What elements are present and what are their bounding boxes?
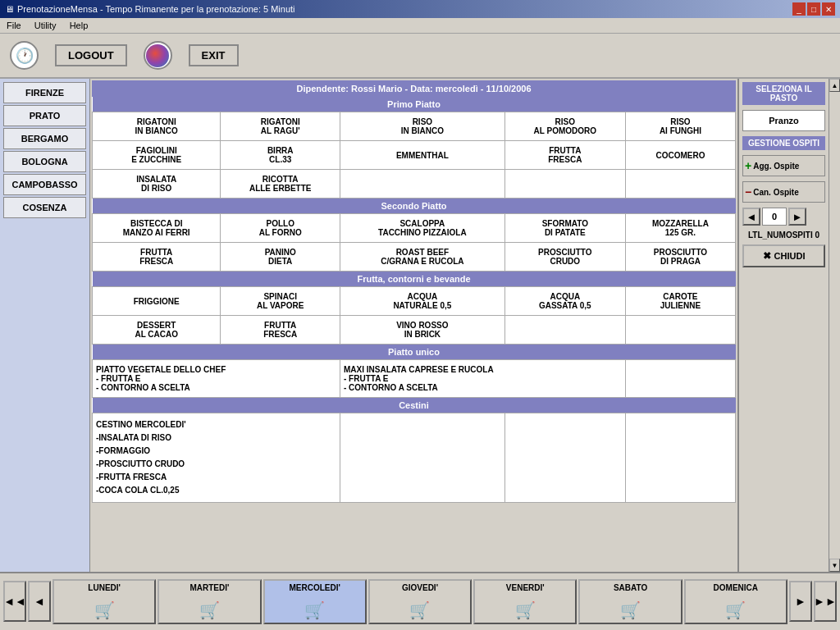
secondo-piatto-header: Secondo Piatto — [93, 199, 736, 214]
menu-item-spinaci[interactable]: SPINACIAL VAPORE — [221, 287, 340, 316]
menu-item-dessert-cacao[interactable]: DESSERTAL CACAO — [93, 316, 221, 345]
gestione-ospiti-label: GESTIONE OSPITI — [742, 136, 825, 150]
counter-decrease[interactable]: ◄ — [742, 208, 760, 226]
menu-item-birra[interactable]: BIRRACL.33 — [221, 141, 340, 170]
day-btn-lunedi[interactable]: LUNEDI' 🛒 — [52, 579, 156, 624]
logout-button[interactable]: LOGOUT — [55, 44, 127, 66]
menu-item-riso-bianco[interactable]: RISOIN BIANCO — [340, 112, 505, 141]
counter-value: 0 — [762, 208, 787, 226]
menu-item-scaloppa[interactable]: SCALOPPATACCHINO PIZZAIOLA — [340, 214, 505, 243]
logo-shield — [144, 41, 172, 70]
nav-prev[interactable]: ◄ — [28, 581, 51, 622]
menu-item-riso-funghi[interactable]: RISOAI FUNGHI — [625, 112, 735, 141]
menu-item-ricotta[interactable]: RICOTTAALLE ERBETTE — [221, 170, 340, 199]
menu-item-bistecca[interactable]: BISTECCA DIMANZO AI FERRI — [93, 214, 221, 243]
main-content: FIRENZE PRATO BERGAMO BOLOGNA CAMPOBASSO… — [0, 79, 840, 572]
chiudi-icon: ✖ — [763, 250, 771, 262]
cart-icon-giovedi: 🛒 — [409, 600, 430, 620]
menu-help[interactable]: Help — [66, 20, 92, 31]
sidebar-item-bologna[interactable]: BOLOGNA — [3, 151, 86, 172]
frutta-header: Frutta, contorni e bevande — [93, 272, 736, 287]
menu-item-acqua-gassata[interactable]: ACQUAGASSATA 0,5 — [504, 287, 625, 316]
nav-last[interactable]: ►► — [814, 581, 837, 622]
close-button[interactable]: ✕ — [822, 2, 835, 16]
menu-item-empty-7 — [340, 413, 505, 503]
day-btn-sabato[interactable]: SABATO 🛒 — [578, 579, 682, 624]
menu-item-empty-3 — [625, 170, 735, 199]
menu-item-rigatoni-bianco[interactable]: RIGATONIIN BIANCO — [93, 112, 221, 141]
menu-item-sformato[interactable]: SFORMATODI PATATE — [504, 214, 625, 243]
menu-item-vino-rosso[interactable]: VINO ROSSOIN BRICK — [340, 316, 505, 345]
day-btn-venerdi[interactable]: VENERDI' 🛒 — [473, 579, 577, 624]
menu-item-mozzarella[interactable]: MOZZARELLA125 GR. — [625, 214, 735, 243]
day-btn-giovedi[interactable]: GIOVEDI' 🛒 — [368, 579, 472, 624]
menu-item-prosciutto-crudo[interactable]: PROSCIUTTOCRUDO — [504, 243, 625, 272]
menu-item-empty-5 — [625, 316, 735, 345]
day-btn-mercoledi[interactable]: MERCOLEDI' 🛒 — [263, 579, 367, 624]
counter-increase[interactable]: ► — [788, 208, 806, 226]
menu-item-piatto-vegetale[interactable]: PIATTO VEGETALE DELLO CHEF- FRUTTA E- CO… — [93, 360, 340, 398]
cart-icon-venerdi: 🛒 — [515, 600, 536, 620]
sidebar-item-cosenza[interactable]: COSENZA — [3, 197, 86, 218]
menu-item-riso-pomodoro[interactable]: RISOAL POMODORO — [504, 112, 625, 141]
menu-table: Primo Piatto RIGATONIIN BIANCO RIGATONIA… — [92, 97, 736, 503]
maximize-button[interactable]: □ — [807, 2, 820, 16]
menu-item-carote[interactable]: CAROTEJULIENNE — [625, 287, 735, 316]
menu-item-empty-4 — [504, 316, 625, 345]
cestini-header: Cestini — [93, 398, 736, 413]
cart-icon-domenica: 🛒 — [725, 600, 746, 620]
chiudi-button[interactable]: ✖ CHIUDI — [742, 244, 825, 267]
menu-file[interactable]: File — [3, 20, 25, 31]
scroll-down[interactable]: ▼ — [829, 559, 840, 572]
logout-label: LOGOUT — [68, 49, 114, 62]
sidebar-item-prato[interactable]: PRATO — [3, 105, 86, 126]
primo-piatto-header: Primo Piatto — [93, 97, 736, 112]
nav-first[interactable]: ◄◄ — [3, 581, 26, 622]
window-title: PrenotazioneMensa - Tempo Rimanente per … — [17, 4, 295, 14]
sidebar-item-bergamo[interactable]: BERGAMO — [3, 128, 86, 149]
menu-item-fagiolini[interactable]: FAGIOLINIE ZUCCHINE — [93, 141, 221, 170]
sidebar: FIRENZE PRATO BERGAMO BOLOGNA CAMPOBASSO… — [0, 79, 90, 572]
sidebar-item-campobasso[interactable]: CAMPOBASSO — [3, 174, 86, 195]
day-btn-martedi[interactable]: MARTEDI' 🛒 — [158, 579, 261, 624]
minimize-button[interactable]: _ — [792, 2, 806, 16]
menu-utility[interactable]: Utility — [31, 20, 60, 31]
counter-row: ◄ 0 ► — [742, 208, 825, 226]
menu-item-cocomero[interactable]: COCOMERO — [625, 141, 735, 170]
sidebar-item-firenze[interactable]: FIRENZE — [3, 82, 86, 103]
menu-item-frutta-fresca-1[interactable]: FRUTTAFRESCA — [504, 141, 625, 170]
exit-button[interactable]: EXIT — [189, 44, 239, 66]
menu-item-rigatoni-ragu[interactable]: RIGATONIAL RAGU' — [221, 112, 340, 141]
menu-item-roast-beef[interactable]: ROAST BEEFC/GRANA E RUCOLA — [340, 243, 505, 272]
menu-item-maxi-insalata[interactable]: MAXI INSALATA CAPRESE E RUCOLA- FRUTTA E… — [340, 360, 626, 398]
right-panel: SELEZIONA IL PASTO Pranzo GESTIONE OSPIT… — [738, 79, 829, 572]
can-ospite-button[interactable]: − Can. Ospite — [742, 181, 825, 203]
cart-icon-martedi: 🛒 — [199, 600, 220, 620]
menu-item-empty-1 — [340, 170, 505, 199]
bottom-nav: ◄◄ ◄ LUNEDI' 🛒 MARTEDI' 🛒 MERCOLEDI' 🛒 G… — [0, 572, 840, 629]
scroll-up[interactable]: ▲ — [829, 79, 840, 92]
day-btn-domenica[interactable]: DOMENICA 🛒 — [684, 579, 788, 624]
menu-item-empty-6 — [625, 360, 735, 398]
info-header: Dipendente: Rossi Mario - Data: mercoled… — [92, 80, 736, 97]
menu-item-pollo[interactable]: POLLOAL FORNO — [221, 214, 340, 243]
menu-item-acqua-naturale[interactable]: ACQUANATURALE 0,5 — [340, 287, 505, 316]
menu-item-prosciutto-praga[interactable]: PROSCIUTTODI PRAGA — [625, 243, 735, 272]
app-header: 🕐 LOGOUT EXIT — [0, 34, 840, 79]
menu-item-insalata-riso[interactable]: INSALATADI RISO — [93, 170, 221, 199]
menu-item-frutta-fresca-3[interactable]: FRUTTAFRESCA — [221, 316, 340, 345]
window-icon: 🖥 — [5, 4, 14, 14]
logo-clock: 🕐 — [10, 41, 39, 70]
nav-next[interactable]: ► — [789, 581, 812, 622]
menu-item-frutta-fresca-2[interactable]: FRUTTAFRESCA — [93, 243, 221, 272]
cart-icon-lunedi: 🛒 — [94, 600, 115, 620]
menu-item-friggione[interactable]: FRIGGIONE — [93, 287, 221, 316]
menu-item-panino[interactable]: PANINODIETA — [221, 243, 340, 272]
agg-ospite-button[interactable]: + Agg. Ospite — [742, 155, 825, 176]
center-area: Dipendente: Rossi Mario - Data: mercoled… — [90, 79, 738, 572]
menu-item-cestino[interactable]: CESTINO MERCOLEDI'-INSALATA DI RISO-FORM… — [93, 413, 340, 503]
exit-label: EXIT — [202, 49, 226, 62]
menu-item-emmenthal[interactable]: EMMENTHAL — [340, 141, 505, 170]
pranzo-select[interactable]: Pranzo — [742, 110, 825, 131]
menu-item-empty-9 — [625, 413, 735, 503]
